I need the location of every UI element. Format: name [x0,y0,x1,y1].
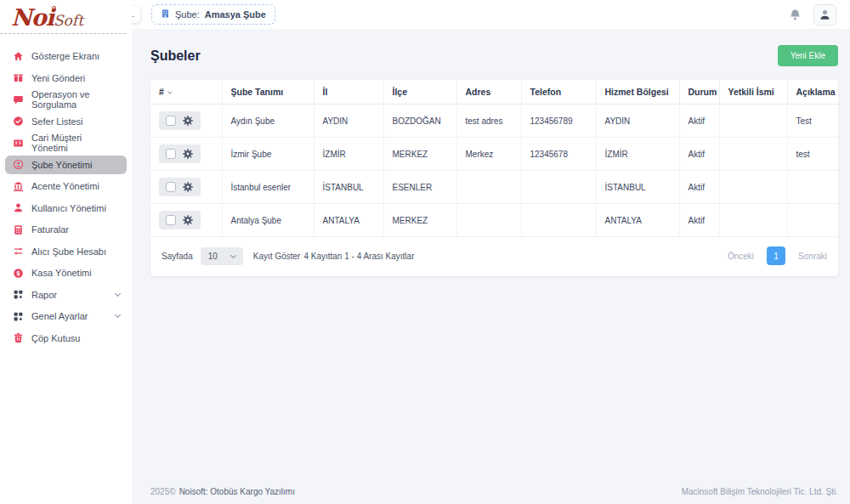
cell-aciklama: test [787,138,838,171]
cell-aciklama [787,171,838,204]
exchange-icon [12,246,24,258]
previous-page-button[interactable]: Önceki [728,252,754,261]
column-header-yetkili-ismi[interactable]: Yetkili İsmi [719,80,787,105]
sidebar-item-sube-yonetimi[interactable]: Şube Yönetimi [5,156,127,174]
per-page-label: Sayfada [162,252,193,261]
row-checkbox[interactable] [166,116,176,126]
column-header-index[interactable]: # [150,80,222,105]
id-card-icon [12,137,24,149]
cell-il: ANTALYA [314,204,383,237]
dollar-circle-icon: $ [12,267,24,279]
row-checkbox[interactable] [166,149,176,159]
table-row: İstanbul esenler İSTANBUL ESENLER İSTANB… [150,171,838,204]
table-row: Antalya Şube ANTALYA MERKEZ ANTALYA Akti… [150,204,838,237]
user-avatar-button[interactable] [813,4,836,25]
row-action-group [159,144,201,163]
sidebar-item-kasa-yonetimi[interactable]: $ Kasa Yönetimi [5,263,127,282]
chat-icon [12,93,24,105]
cell-adres [456,204,521,237]
column-header-sube-tanimi[interactable]: Şube Tanımı [222,80,314,105]
gear-icon[interactable] [182,115,194,127]
svg-text:$: $ [16,269,20,277]
cell-ilce: MERKEZ [383,138,456,171]
sidebar-item-acente-yonetimi[interactable]: Acente Yönetimi [5,177,127,195]
sidebar-item-sefer-listesi[interactable]: Sefer Listesi [5,112,127,131]
pagination-controls: Önceki 1 Sonraki [728,246,827,265]
sidebar-item-alici-sube-hesabi[interactable]: Alıcı Şube Hesabı [5,242,127,261]
sidebar-item-label: Gösterge Ekranı [31,51,99,61]
cell-telefon: 123456789 [521,105,596,138]
calculator-icon [12,224,24,235]
sidebar-item-faturalar[interactable]: Faturalar [5,220,127,239]
column-header-durum[interactable]: Durum [679,80,719,105]
show-records-label: Kayıt Göster [253,252,301,261]
topbar-actions [789,4,836,25]
bell-icon[interactable] [789,8,802,21]
sidebar-item-label: Alıcı Şube Hesabı [31,246,106,257]
cell-aciklama [787,204,838,237]
column-header-aciklama[interactable]: Açıklama [787,80,838,105]
gear-icon[interactable] [182,181,194,193]
sidebar-item-cop-kutusu[interactable]: Çöp Kutusu [5,329,127,348]
branch-badge[interactable]: Şube: Amasya Şube [151,4,275,25]
sidebar-item-rapor[interactable]: Rapor [5,286,127,304]
column-header-telefon[interactable]: Telefon [521,80,596,105]
sidebar-item-operasyon-ve-sorgulama[interactable]: Operasyon ve Sorgulama [5,90,127,109]
building-icon [161,8,170,20]
branch-badge-value: Amasya Şube [205,9,266,20]
cell-il: İZMİR [314,138,383,171]
column-header-il[interactable]: İl [314,80,383,105]
cell-sube-tanimi: Antalya Şube [222,204,314,237]
sidebar-item-genel-ayarlar[interactable]: Genel Ayarlar [5,307,127,326]
sidebar-item-gosterge-ekrani[interactable]: Gösterge Ekranı [5,47,127,65]
column-header-hizmet-bolgesi[interactable]: Hizmet Bölgesi [596,80,679,105]
brand-logo-text-secondary: Soft [54,12,83,29]
sidebar-item-yeni-gonderi[interactable]: Yeni Gönderi [5,69,127,88]
brand-logo-text-primary: Noi [11,4,54,31]
cell-ilce: MERKEZ [383,204,456,237]
row-action-group [159,111,201,130]
cell-durum: Aktif [679,171,719,204]
next-page-button[interactable]: Sonraki [798,252,827,261]
sort-chevron-icon [167,89,173,94]
row-checkbox[interactable] [166,182,176,192]
table-header-row: # Şube Tanımı İl İlçe Adres Telefon Hizm… [150,80,838,105]
per-page-select[interactable]: 10 [201,247,243,265]
table-row: İzmir Şube İZMİR MERKEZ Merkez 12345678 … [150,138,838,171]
per-page-value: 10 [208,252,218,261]
column-header-adres[interactable]: Adres [456,80,521,105]
cell-durum: Aktif [679,105,719,138]
sidebar-item-label: Sefer Listesi [31,116,83,127]
row-actions-cell [150,204,222,237]
column-header-ilce[interactable]: İlçe [383,80,456,105]
footer-left: 2025©Noisoft: Otobüs Kargo Yazılımı [150,487,295,496]
check-circle-icon [12,116,24,127]
footer-company: Macinsoft Bilişim Teknolojileri Tic. Ltd… [682,487,838,496]
brand-logo[interactable]: NoiSoft [0,0,126,34]
cell-yetkili-ismi [719,204,787,237]
cell-adres: Merkez [456,138,521,171]
user-icon [12,202,24,214]
cell-yetkili-ismi [719,105,787,138]
add-new-button[interactable]: Yeni Ekle [778,45,838,66]
cell-hizmet-bolgesi: ANTALYA [596,204,679,237]
cell-telefon: 12345678 [521,138,596,171]
page-title: Şubeler [150,48,201,64]
sidebar-item-kullanici-yonetimi[interactable]: Kullanıcı Yönetimi [5,199,127,218]
table-row: Aydın Şube AYDIN BOZDOĞAN test adres 123… [150,105,838,138]
branches-table: # Şube Tanımı İl İlçe Adres Telefon Hizm… [150,80,838,237]
records-summary: 4 Kayıttan 1 - 4 Arası Kayıtlar [303,252,414,261]
cell-durum: Aktif [679,204,719,237]
sidebar-item-cari-musteri-yonetimi[interactable]: Cari Müşteri Yönetimi [5,133,127,152]
gear-icon[interactable] [182,214,194,226]
grid-icon [12,310,24,322]
row-checkbox[interactable] [166,215,176,225]
sidebar-item-label: Kasa Yönetimi [31,268,92,278]
user-circle-icon [12,159,24,171]
sidebar-item-label: Şube Yönetimi [31,160,92,170]
gear-icon[interactable] [182,148,194,160]
page-number-button[interactable]: 1 [767,246,785,265]
sidebar-item-label: Çöp Kutusu [31,333,80,343]
cell-il: İSTANBUL [314,171,383,204]
sidebar-item-label: Genel Ayarlar [31,311,88,321]
